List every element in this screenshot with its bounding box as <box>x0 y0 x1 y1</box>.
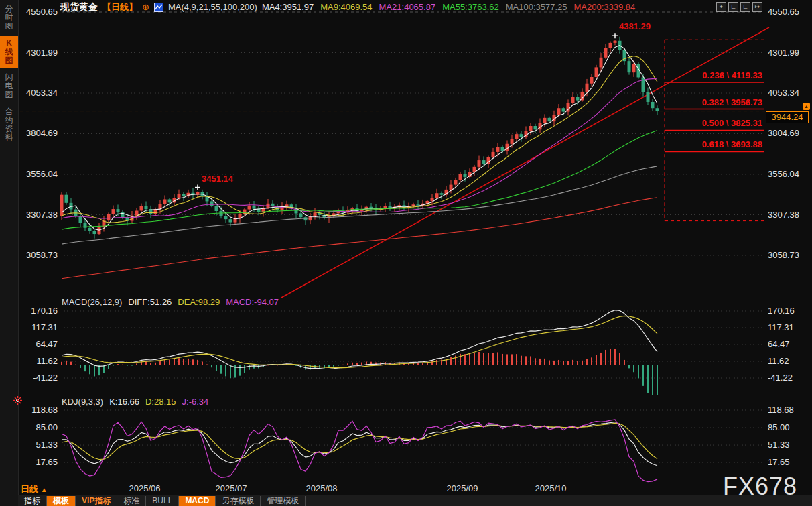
toolbar-item-标准[interactable]: 标准 <box>117 496 146 506</box>
y-axis-label-right: 3804.69 <box>768 129 809 138</box>
candle-body <box>93 231 96 234</box>
y-axis-label-left: 3307.38 <box>19 210 58 220</box>
period-selector[interactable]: 日线 ▲ <box>21 483 48 495</box>
macd-histogram-bar <box>239 365 241 376</box>
candle-body <box>515 134 519 139</box>
bottom-toolbar: 指标模板VIP指标标准BULLMACD另存模板管理模板 <box>18 495 812 506</box>
sidebar-item-K线图[interactable]: K线图 <box>0 36 18 68</box>
candle-body <box>571 97 575 103</box>
macd-value: MACD:-94.07 <box>226 297 279 307</box>
macd-histogram-bar <box>619 353 620 365</box>
period-label: 日线 <box>21 484 38 494</box>
macd-histogram-bar <box>469 354 470 365</box>
macd-histogram-bar <box>188 359 189 365</box>
ma100-line <box>62 166 657 244</box>
symbol-title: 现货黄金 <box>60 1 98 13</box>
kdj-title: KDJ(9,3,3) <box>62 397 103 407</box>
macd-histogram-bar <box>333 365 334 367</box>
candle-body <box>590 77 594 84</box>
macd-histogram-bar <box>488 353 489 365</box>
candle-body <box>435 193 439 198</box>
swing-high-label: 4381.29 <box>619 22 651 31</box>
macd-histogram-bar <box>361 363 362 365</box>
macd-histogram-bar <box>624 360 625 365</box>
macd-histogram-bar <box>220 365 222 374</box>
candle-body <box>210 201 214 206</box>
macd-histogram-bar <box>342 365 344 365</box>
candle-body <box>229 219 232 222</box>
macd-histogram-bar <box>572 360 573 365</box>
macd-histogram-bar <box>164 360 165 365</box>
kdj-axis-label-left: 118.68 <box>19 405 58 415</box>
candle-body <box>656 108 659 111</box>
macd-histogram-bar <box>211 365 212 368</box>
ma-value: MA100:3577.25 <box>506 2 567 12</box>
kdj-axis-label-right: 85.00 <box>768 423 809 432</box>
candle-body <box>117 209 120 212</box>
sidebar-item-分时图[interactable]: 分时图 <box>0 1 18 34</box>
toolbar-item-管理模板[interactable]: 管理模板 <box>261 496 306 506</box>
ma-value: MA55:3763.62 <box>442 2 499 12</box>
y-axis-label-left: 4053.34 <box>19 88 58 98</box>
macd-histogram-bar <box>150 363 151 365</box>
sidebar-item-合约资料[interactable]: 合约资料 <box>0 104 18 145</box>
candle-body <box>501 147 504 151</box>
toolbar-item-另存模板[interactable]: 另存模板 <box>216 496 261 506</box>
macd-axis-label-left: 64.47 <box>19 340 58 349</box>
toolbar-item-MACD[interactable]: MACD <box>179 496 216 506</box>
y-axis-label-right: 4550.65 <box>768 7 809 17</box>
macd-histogram-bar <box>563 361 564 365</box>
toolbar-item-BULL[interactable]: BULL <box>146 496 179 506</box>
macd-histogram-bar <box>544 359 545 365</box>
candle-body <box>609 43 612 48</box>
price-alert-icon[interactable]: ▴ <box>803 103 810 110</box>
chart-type-icon[interactable] <box>154 3 163 12</box>
candle-body <box>647 92 650 102</box>
macd-histogram-bar <box>127 365 128 366</box>
toolbar-item-模板[interactable]: 模板 <box>47 496 76 506</box>
kdj-value: J:-6.34 <box>182 397 209 407</box>
swing-high-label: 3451.14 <box>202 174 233 184</box>
candle-body <box>450 185 453 190</box>
scroll-right-button[interactable]: ↦ <box>752 2 762 12</box>
toolbar-item-指标[interactable]: 指标 <box>18 496 47 506</box>
sidebar-item-闪电图[interactable]: 闪电图 <box>0 70 18 103</box>
candle-body <box>454 180 458 185</box>
macd-histogram-bar <box>178 358 180 365</box>
candle-body <box>604 48 608 58</box>
macd-axis-label-right: 117.31 <box>768 323 809 332</box>
macd-axis-label-left: 11.62 <box>19 357 58 366</box>
macd-histogram-bar <box>553 361 555 365</box>
toolbar-item-VIP指标[interactable]: VIP指标 <box>76 496 117 506</box>
candle-body <box>248 206 251 210</box>
candle-body <box>557 108 561 115</box>
macd-histogram-bar <box>80 365 81 368</box>
macd-diff-line <box>62 310 657 369</box>
macd-histogram-bar <box>192 359 194 365</box>
macd-axis-label-right: 170.16 <box>768 306 809 316</box>
expand-icon[interactable]: ⊕ <box>142 2 149 12</box>
x-axis-scale-button[interactable]: ∟ <box>740 2 750 12</box>
macd-axis-label-right: 64.47 <box>768 340 809 349</box>
y-axis-label-right: 3307.38 <box>768 210 809 220</box>
alert-blinker-icon <box>13 395 22 407</box>
pan-button[interactable]: + <box>716 2 726 12</box>
macd-histogram-bar <box>591 357 592 365</box>
y-axis-label-left: 3804.69 <box>19 129 58 138</box>
macd-histogram-bar <box>436 360 437 365</box>
candle-body <box>459 174 462 180</box>
ma-value: MA21:4065.87 <box>379 2 436 12</box>
candle-body <box>370 207 373 208</box>
y-axis-label-left: 4301.99 <box>19 48 58 58</box>
y-axis-scale-button[interactable]: ∟ <box>728 2 738 12</box>
y-axis-label-left: 4550.65 <box>19 7 58 17</box>
macd-histogram-bar <box>70 362 72 365</box>
candle-body <box>614 41 617 43</box>
y-axis-label-right: 4053.34 <box>768 88 809 98</box>
macd-histogram-bar <box>94 365 95 377</box>
ma-value: MA4:3951.97 <box>262 2 314 12</box>
fib-level-label: 0.382 \ 3956.73 <box>663 98 762 107</box>
macd-histogram-bar <box>539 359 541 365</box>
macd-histogram-bar <box>567 361 569 365</box>
kdj-j-line <box>62 420 657 482</box>
